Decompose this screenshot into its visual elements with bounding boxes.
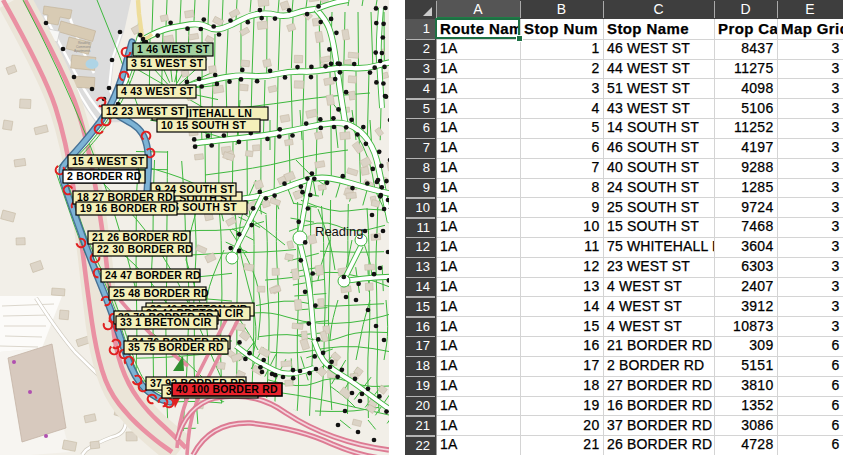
svg-text:4 43 WEST ST: 4 43 WEST ST xyxy=(121,85,194,97)
svg-text:35 75 BORDER RD: 35 75 BORDER RD xyxy=(128,341,224,353)
svg-text:Reading: Reading xyxy=(315,224,363,239)
svg-text:1 46 WEST ST: 1 46 WEST ST xyxy=(137,43,210,55)
svg-text:22 30 BORDER RD: 22 30 BORDER RD xyxy=(97,243,193,255)
svg-text:Apartments: Apartments xyxy=(74,49,91,53)
svg-text:2 BORDER RD: 2 BORDER RD xyxy=(67,170,142,182)
svg-text:40 100 BORDER RD: 40 100 BORDER RD xyxy=(176,383,278,395)
svg-text:19 16 BORDER RD: 19 16 BORDER RD xyxy=(80,202,176,214)
svg-text:15 4 WEST ST: 15 4 WEST ST xyxy=(72,155,145,167)
svg-text:21 26 BORDER RD: 21 26 BORDER RD xyxy=(92,231,188,243)
svg-text:12 23 WEST ST: 12 23 WEST ST xyxy=(106,105,185,117)
svg-text:25 48 BORDER RD: 25 48 BORDER RD xyxy=(113,287,209,299)
svg-text:3 51 WEST ST: 3 51 WEST ST xyxy=(131,57,204,69)
svg-text:10 15 SOUTH ST: 10 15 SOUTH ST xyxy=(161,119,246,131)
svg-text:24 47 BORDER RD: 24 47 BORDER RD xyxy=(105,269,201,281)
svg-text:33 1 BRETON CIR: 33 1 BRETON CIR xyxy=(120,316,212,328)
